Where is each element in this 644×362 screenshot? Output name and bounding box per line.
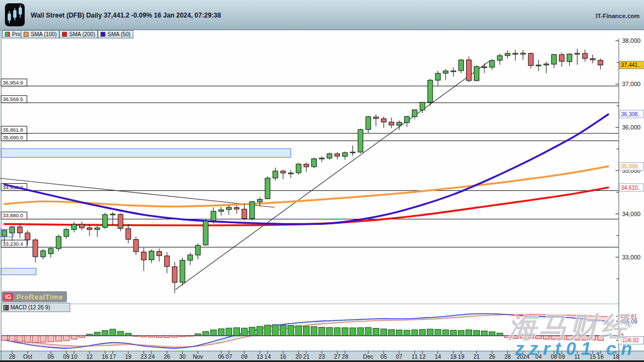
legend-tab-sma50[interactable]: SMA (50) — [98, 30, 133, 38]
level-label: 35,690.0 — [3, 134, 23, 140]
candle-up — [180, 261, 185, 282]
macd-bar-up — [396, 330, 402, 336]
macd-bar-up — [319, 327, 325, 336]
x-tick-label: 12 — [86, 353, 93, 360]
candle-down — [141, 252, 146, 260]
price-tick-label: 37,000 — [622, 81, 641, 87]
candle-down — [559, 55, 564, 61]
macd-bar-down — [156, 336, 163, 337]
platform-logo-icon[interactable] — [5, 3, 25, 26]
macd-bar-down — [164, 336, 170, 337]
candle-down — [25, 233, 30, 240]
macd-bar-down — [172, 336, 178, 337]
prorealtime-logo[interactable]: IG ProRealTime — [2, 291, 67, 302]
candle-up — [219, 210, 223, 212]
legend-tab-sma200[interactable]: SMA (200) — [59, 30, 98, 38]
candle-up — [490, 60, 495, 67]
macd-bar-up — [404, 330, 410, 336]
candle-down — [373, 117, 378, 118]
macd-bar-up — [210, 330, 216, 336]
candle-up — [2, 230, 7, 236]
candle-up — [56, 236, 61, 248]
brand-link[interactable]: IT-Finance.com — [596, 13, 640, 19]
macd-bar-up — [303, 326, 309, 336]
sma100-swatch-icon — [24, 32, 29, 37]
x-tick-label: 07 — [226, 353, 232, 360]
macd-bar-down — [25, 336, 31, 342]
x-tick-label: 30 — [179, 353, 186, 360]
candle-up — [64, 229, 69, 236]
candle-up — [451, 71, 456, 72]
candle-up — [520, 53, 525, 54]
candle-down — [172, 267, 177, 282]
candle-up — [412, 110, 417, 116]
x-tick-label: 09 — [63, 353, 70, 360]
candle-up — [327, 154, 332, 158]
macd-bar-up — [102, 331, 108, 336]
candle-up — [428, 80, 433, 102]
x-tick-label: 28 — [9, 353, 15, 360]
macd-bar-down — [71, 336, 77, 339]
candle-up — [405, 117, 410, 123]
price-tag-label: 37,441.. — [621, 62, 641, 68]
candle-down — [165, 256, 170, 267]
macd-indicator-chip[interactable]: MACD (12 26 9) — [1, 303, 70, 312]
macd-bar-up — [327, 327, 333, 336]
macd-bar-up — [117, 331, 124, 336]
macd-bar-up — [342, 328, 348, 336]
macd-bar-down — [55, 336, 61, 341]
price-tick-label: 38,000 — [622, 37, 641, 44]
x-tick-label: 19 — [458, 353, 464, 360]
macd-bar-up — [125, 333, 131, 336]
price-tick-label: 34,000 — [622, 211, 641, 217]
x-tick-label: Oct — [23, 353, 32, 360]
legend-row: Price SMA (100) SMA (200) SMA (50) — [0, 30, 644, 38]
macd-bar-up — [234, 327, 240, 336]
price-tag-label: 34,610.. — [621, 185, 641, 191]
sma50-swatch-icon — [100, 32, 105, 37]
level-label: 36,954.9 — [3, 80, 23, 86]
macd-bar-up — [497, 333, 503, 336]
sma200-swatch-icon — [62, 32, 67, 37]
x-tick-label: 26 — [164, 353, 170, 360]
candle-up — [350, 152, 355, 153]
x-tick-label: 17 — [110, 353, 116, 360]
candle-up — [320, 158, 324, 159]
drawn-zone-rect[interactable] — [1, 149, 291, 157]
chart-canvas: 36,954.936,569.535,861.835,690.034,538.0… — [0, 0, 644, 362]
candle-up — [552, 54, 557, 64]
macd-bar-down — [17, 336, 23, 342]
macd-bar-up — [288, 325, 294, 336]
candle-down — [157, 252, 162, 256]
x-tick-label: 19 — [125, 353, 132, 360]
x-tick-label: 06 — [218, 353, 225, 360]
candle-up — [567, 54, 572, 61]
x-tick-label: 18 — [450, 353, 457, 360]
candle-up — [312, 159, 317, 167]
x-tick-label: 28 — [505, 353, 511, 360]
candle-up — [110, 214, 115, 215]
price-tick-label: 36,000 — [622, 124, 641, 131]
prorealtime-label: ProRealTime — [16, 293, 63, 301]
candle-down — [281, 171, 285, 173]
x-tick-label: 27 — [334, 353, 340, 360]
candle-down — [482, 67, 487, 68]
candle-down — [33, 240, 38, 257]
level-label: 36,569.5 — [3, 96, 23, 102]
legend-tab-sma100[interactable]: SMA (100) — [21, 30, 59, 38]
level-label: 33,230.4 — [3, 241, 23, 247]
x-tick-label: 05 — [380, 353, 387, 360]
price-tick-label: 33,000 — [622, 254, 641, 261]
x-tick-label: 20 — [295, 353, 302, 360]
drawn-zone-rect[interactable] — [1, 268, 36, 275]
candle-down — [242, 209, 247, 218]
candle-up — [296, 164, 301, 173]
macd-bar-up — [334, 327, 340, 336]
candle-down — [590, 59, 595, 60]
price-tag-label: 35,099.. — [621, 163, 641, 169]
candle-down — [335, 154, 340, 156]
candle-up — [575, 53, 580, 54]
candle-up — [358, 129, 363, 152]
candle-down — [513, 53, 518, 54]
macd-bar-up — [443, 330, 449, 336]
